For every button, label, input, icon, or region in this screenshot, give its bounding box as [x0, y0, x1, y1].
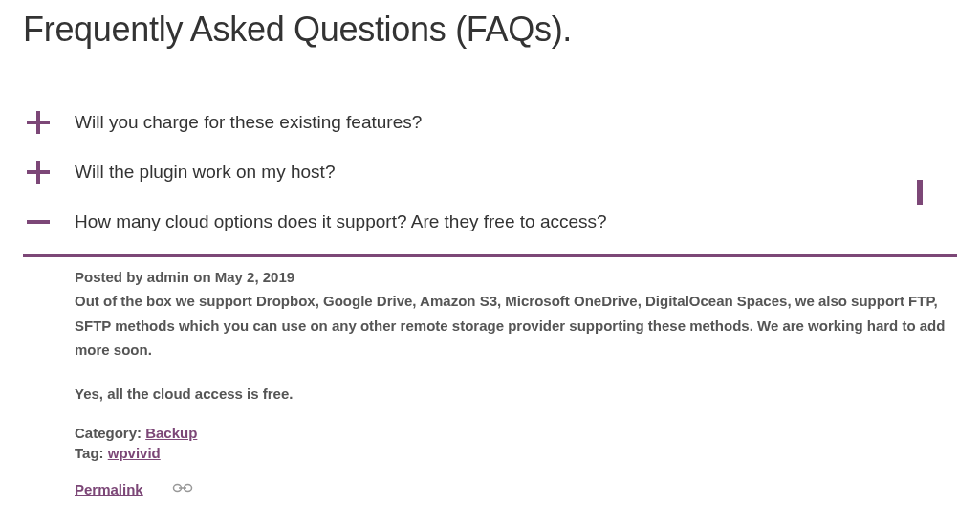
- faq-answer-body: Posted by admin on May 2, 2019 Out of th…: [23, 269, 957, 497]
- faq-item-expanded: How many cloud options does it support? …: [23, 197, 957, 497]
- faq-question: Will the plugin work on my host?: [75, 162, 335, 183]
- category-link[interactable]: Backup: [145, 425, 197, 441]
- minus-icon: [23, 207, 54, 237]
- permalink-link[interactable]: Permalink: [75, 481, 143, 497]
- link-icon: [172, 480, 193, 497]
- faq-divider: [23, 254, 957, 257]
- permalink-row: Permalink: [75, 480, 947, 497]
- plus-icon: [23, 157, 54, 187]
- plus-icon: [23, 107, 54, 138]
- tag-link[interactable]: wpvivid: [108, 445, 161, 461]
- faq-toggle[interactable]: How many cloud options does it support? …: [23, 197, 957, 247]
- scroll-indicator: [917, 180, 923, 205]
- faq-question: Will you charge for these existing featu…: [75, 112, 422, 133]
- faq-item: Will you charge for these existing featu…: [23, 98, 957, 147]
- category-label: Category:: [75, 425, 142, 441]
- faq-toggle[interactable]: Will you charge for these existing featu…: [23, 98, 957, 147]
- posted-line: Posted by admin on May 2, 2019: [75, 269, 947, 285]
- tag-label: Tag:: [75, 445, 104, 461]
- faq-toggle[interactable]: Will the plugin work on my host?: [23, 147, 957, 197]
- posted-by-label: Posted by: [75, 269, 143, 285]
- answer-paragraph: Yes, all the cloud access is free.: [75, 382, 947, 407]
- tag-line: Tag: wpvivid: [75, 445, 947, 461]
- answer-paragraph: Out of the box we support Dropbox, Googl…: [75, 289, 947, 363]
- category-line: Category: Backup: [75, 425, 947, 441]
- posted-date: May 2, 2019: [215, 269, 294, 285]
- faq-item: Will the plugin work on my host?: [23, 147, 957, 197]
- author: admin: [147, 269, 189, 285]
- on-label: on: [193, 269, 210, 285]
- page-title: Frequently Asked Questions (FAQs).: [23, 10, 957, 50]
- faq-question: How many cloud options does it support? …: [75, 211, 607, 232]
